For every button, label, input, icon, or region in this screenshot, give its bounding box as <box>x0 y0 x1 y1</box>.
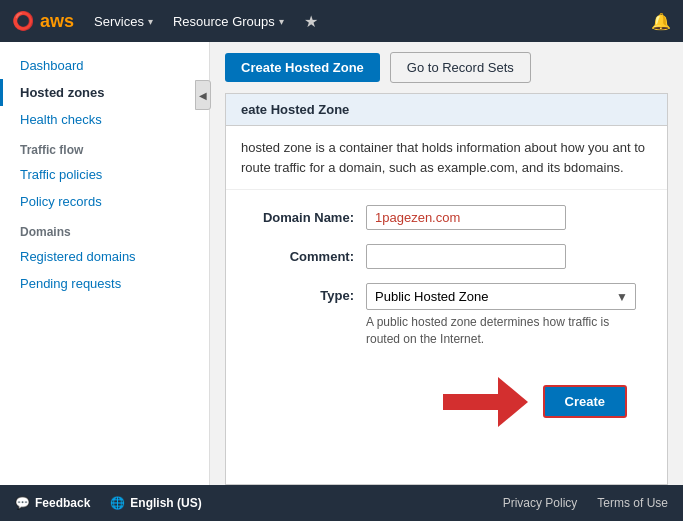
form-panel: eate Hosted Zone hosted zone is a contai… <box>225 93 668 485</box>
type-row: Type: Public Hosted Zone Private Hosted … <box>246 283 647 348</box>
policy-records-label: Policy records <box>20 194 102 209</box>
go-to-record-sets-button[interactable]: Go to Record Sets <box>390 52 531 83</box>
arrow-head <box>498 377 528 427</box>
footer: 💬 Feedback 🌐 English (US) Privacy Policy… <box>0 485 683 521</box>
type-select-wrap: Public Hosted Zone Private Hosted Zone f… <box>366 283 636 310</box>
domain-name-input[interactable] <box>366 205 566 230</box>
domains-section: Domains <box>0 215 209 243</box>
type-select[interactable]: Public Hosted Zone Private Hosted Zone f… <box>366 283 636 310</box>
content-area: Create Hosted Zone Go to Record Sets eat… <box>210 42 683 485</box>
pending-requests-label: Pending requests <box>20 276 121 291</box>
feedback-icon: 💬 <box>15 496 30 510</box>
dashboard-label: Dashboard <box>20 58 84 73</box>
privacy-policy-link[interactable]: Privacy Policy <box>503 496 578 510</box>
form-panel-header: eate Hosted Zone <box>226 94 667 126</box>
domain-name-row: Domain Name: <box>246 205 647 230</box>
language-label: English (US) <box>130 496 201 510</box>
hosted-zones-label: Hosted zones <box>20 85 105 100</box>
form-body: Domain Name: Comment: <box>226 190 667 457</box>
domain-name-label: Domain Name: <box>246 205 366 225</box>
aws-logo: ⭕ aws <box>12 10 74 32</box>
footer-right: Privacy Policy Terms of Use <box>503 496 668 510</box>
sidebar-item-health-checks[interactable]: Health checks <box>0 106 209 133</box>
language-icon: 🌐 <box>110 496 125 510</box>
traffic-policies-label: Traffic policies <box>20 167 102 182</box>
language-selector[interactable]: 🌐 English (US) <box>110 496 201 510</box>
sidebar-item-traffic-policies[interactable]: Traffic policies <box>0 161 209 188</box>
type-hint: A public hosted zone determines how traf… <box>366 314 646 348</box>
feedback-label: Feedback <box>35 496 90 510</box>
services-label: Services <box>94 14 144 29</box>
aws-wordmark: aws <box>40 11 74 32</box>
main-layout: Dashboard Hosted zones Health checks Tra… <box>0 42 683 485</box>
health-checks-label: Health checks <box>20 112 102 127</box>
resource-groups-chevron: ▾ <box>279 16 284 27</box>
toolbar: Create Hosted Zone Go to Record Sets <box>210 42 683 93</box>
traffic-flow-section: Traffic flow <box>0 133 209 161</box>
resource-groups-label: Resource Groups <box>173 14 275 29</box>
type-label: Type: <box>246 283 366 303</box>
feedback-button[interactable]: 💬 Feedback <box>15 496 90 510</box>
bookmarks-icon[interactable]: ★ <box>304 12 318 31</box>
notifications-icon[interactable]: 🔔 <box>651 12 671 31</box>
red-arrow-indicator <box>443 377 528 427</box>
create-hosted-zone-button[interactable]: Create Hosted Zone <box>225 53 380 82</box>
domain-name-field-wrap <box>366 205 647 230</box>
comment-input[interactable] <box>366 244 566 269</box>
create-button-area: Create <box>246 362 647 442</box>
resource-groups-nav[interactable]: Resource Groups ▾ <box>173 14 284 29</box>
create-button[interactable]: Create <box>543 385 627 418</box>
terms-of-use-link[interactable]: Terms of Use <box>597 496 668 510</box>
sidebar-item-policy-records[interactable]: Policy records <box>0 188 209 215</box>
sidebar-item-pending-requests[interactable]: Pending requests <box>0 270 209 297</box>
services-chevron: ▾ <box>148 16 153 27</box>
comment-field-wrap <box>366 244 647 269</box>
collapse-icon: ◀ <box>199 90 207 101</box>
services-nav[interactable]: Services ▾ <box>94 14 153 29</box>
type-field-wrap: Public Hosted Zone Private Hosted Zone f… <box>366 283 647 348</box>
arrow-body <box>443 394 498 410</box>
top-nav: ⭕ aws Services ▾ Resource Groups ▾ ★ 🔔 <box>0 0 683 42</box>
sidebar-item-hosted-zones[interactable]: Hosted zones <box>0 79 209 106</box>
sidebar-item-registered-domains[interactable]: Registered domains <box>0 243 209 270</box>
comment-row: Comment: <box>246 244 647 269</box>
sidebar-item-dashboard[interactable]: Dashboard <box>0 52 209 79</box>
sidebar-collapse-button[interactable]: ◀ <box>195 80 211 110</box>
form-description: hosted zone is a container that holds in… <box>226 126 667 190</box>
sidebar: Dashboard Hosted zones Health checks Tra… <box>0 42 210 485</box>
registered-domains-label: Registered domains <box>20 249 136 264</box>
comment-label: Comment: <box>246 244 366 264</box>
aws-logo-text: ⭕ <box>12 10 34 32</box>
